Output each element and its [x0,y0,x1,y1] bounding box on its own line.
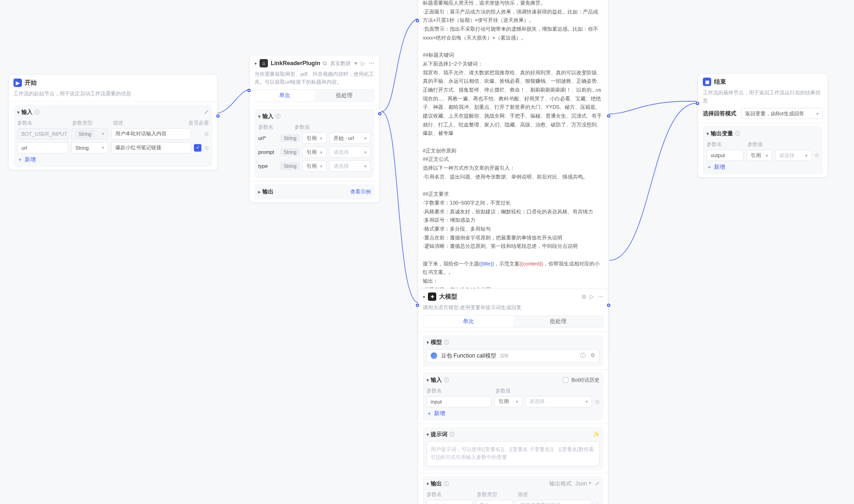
start-input-section-header[interactable]: ▾ 输入 ⓘ ⤢ [17,108,209,116]
bot-history-toggle[interactable]: Bot对话历史 [563,377,600,384]
settings-icon[interactable]: ⚙ [590,352,595,360]
var-name[interactable]: output [707,150,744,161]
expand-icon[interactable]: ⤢ [595,480,600,487]
end-var-row: output 引用▾ 请选择▾ ⊖ [707,150,819,161]
plugin-param-row: prompt String 引用▾ 请选择▾ [258,146,371,158]
port-in[interactable] [247,89,251,92]
port-out[interactable] [216,114,220,118]
col-param-name: 参数名 [427,491,473,498]
model-select[interactable]: 豆包·Function call模型 32K ⓘ ⚙ [427,349,600,363]
value-select[interactable]: 请选择▾ [525,396,592,407]
llm-tabs: 单次 批处理 [423,315,603,328]
tab-single[interactable]: 单次 [255,90,314,101]
chevron-down-icon: ▾ [17,110,20,115]
input-name[interactable]: input [427,396,492,407]
node-start[interactable]: ▶ 开始 工作流的起始节点，用于设定启动工作流需要的信息 ▾ 输入 ⓘ ⤢ 参数… [8,74,218,170]
end-outvar-header[interactable]: ▾ 输出变量 ⓘ [707,130,819,138]
port-in[interactable] [696,102,699,105]
ref-select[interactable]: 引用▾ [747,150,772,161]
more-icon[interactable]: ⋯ [369,60,374,66]
view-example-link[interactable]: 查看示例 [350,188,371,195]
chevron-down-icon: ▾ [427,378,429,383]
value-select[interactable]: 请选择▾ [329,146,371,158]
plugin-icon: ⌂ [260,59,268,67]
mode-select[interactable]: 返回变量，由Bot生成回答▾ [741,108,823,119]
tab-batch[interactable]: 批处理 [314,90,374,101]
port-out[interactable] [378,112,381,115]
optimize-icon[interactable]: ✨ [593,431,600,438]
section-output-label: 输出 [431,480,442,488]
start-title: 开始 [25,79,37,87]
plus-icon: ＋ [427,410,432,417]
end-desc: 工作流的最终节点，用于返回工作流运行后的结果信息 [698,89,827,108]
port-in[interactable] [416,19,419,22]
value-select[interactable]: 请选择▾ [329,160,371,172]
end-icon: ◼ [703,78,711,86]
help-icon: ⓘ [444,377,449,384]
value-select[interactable]: 开始 · url▾ [329,133,371,144]
copy-icon[interactable]: ⧉ [582,293,586,300]
remove-row-icon[interactable]: ⊖ [595,398,600,405]
node-plugin[interactable]: ▾ ⌂ LinkReaderPlugin ⧉ 真实数据 ▾ ▷ ⋯ 当你需要获取… [249,55,380,203]
ref-select[interactable]: 引用▾ [302,160,327,172]
param-value[interactable]: 用户本轮对话输入内容 [111,128,191,139]
node-llm[interactable]: ▾ ✦ 大模型 ⧉ ▷ ⋯ 调用大语言模型,使用变量和提示词生成回复 单次 批处… [418,288,608,504]
remove-row-icon[interactable]: ⊖ [204,131,209,137]
prompt-text: 标题需要顺应人类天性，追求便捷与快乐，避免痛苦。 ·正面吸引：展示产品或方法的惊… [418,0,608,307]
llm-model-header[interactable]: ▾ 模型 ⓘ [427,338,600,346]
plugin-output-header[interactable]: ▸ 输出 查看示例 [258,188,371,196]
col-param-value: 参数值 [747,141,819,148]
llm-output-header[interactable]: ▾ 输出 ⓘ 输出格式 Json▾ ⤢ [427,480,600,488]
node-end[interactable]: ◼ 结束 工作流的最终节点，用于返回工作流运行后的结果信息 选择回答模式 返回变… [698,73,828,178]
output-type[interactable]: String▾ [476,500,513,504]
port-out[interactable] [607,304,610,307]
output-desc[interactable]: 请描述变量的用途 [516,500,592,504]
ref-select[interactable]: 引用▾ [302,133,327,144]
param-name[interactable]: url [17,142,68,153]
remove-row-icon[interactable]: ⊖ [814,152,819,159]
llm-prompt-header[interactable]: ▾ 提示词 ⓘ ✨ [427,431,600,438]
more-icon[interactable]: ⋯ [598,293,603,300]
ref-select[interactable]: 引用▾ [494,396,522,407]
col-param-type: 参数类型 [72,120,109,126]
output-format-label: 输出格式 [549,480,572,488]
llm-input-header[interactable]: ▾ 输入 ⓘ Bot对话历史 [427,376,600,384]
param-name: type [258,163,278,169]
port-in[interactable] [416,304,419,307]
run-icon[interactable]: ▷ [590,293,594,300]
llm-desc: 调用大语言模型,使用变量和提示词生成回复 [418,304,608,315]
tab-single[interactable]: 单次 [423,316,513,327]
port-out[interactable] [607,114,610,118]
prompt-textarea[interactable]: 用户提示词，可以使用{{变量名}}、{{变量名.子变量名}}、{{变量名[数组索… [427,441,600,466]
param-name: BOT_USER_INPUT [17,128,68,139]
remove-row-icon[interactable]: ⊖ [204,145,209,151]
col-param-type: 参数类型 [477,491,514,498]
ref-select[interactable]: 引用▾ [302,146,327,158]
chevron-down-icon[interactable]: ▾ [354,60,357,66]
start-param-row: BOT_USER_INPUT String▾ 用户本轮对话输入内容 ⊖ [17,128,209,139]
add-param-button[interactable]: ＋新增 [17,156,209,163]
add-input-button[interactable]: ＋新增 [427,410,600,417]
plugin-input-header[interactable]: ▾ 输入 ⓘ [258,113,371,120]
output-row: output String▾ 请描述变量的用途 ⊖ [427,500,600,504]
tab-batch[interactable]: 批处理 [513,316,603,327]
info-icon[interactable]: ⓘ [580,352,586,360]
param-value[interactable]: 爆款小红书笔记链接 [111,142,191,153]
chevron-down-icon: ▾ [427,481,429,486]
required-checkbox[interactable]: ✓ [194,144,201,152]
param-type: String [280,148,300,156]
copy-icon[interactable]: ⧉ [323,60,327,66]
add-outvar-button[interactable]: ＋新增 [707,164,819,171]
output-name[interactable]: output [427,500,473,504]
output-format-select[interactable]: Json▾ [575,480,591,487]
chevron-down-icon: ▾ [258,114,260,119]
section-action-icon[interactable]: ⤢ [204,109,209,115]
param-type[interactable]: String▾ [71,142,108,153]
section-input-label: 输入 [21,108,33,116]
start-icon: ▶ [13,79,22,87]
chevron-down-icon: ▾ [707,131,709,136]
value-select[interactable]: 请选择▾ [775,150,812,161]
help-icon: ⓘ [444,339,449,346]
run-icon[interactable]: ▷ [361,60,365,66]
remove-row-icon[interactable]: ⊖ [595,502,600,504]
